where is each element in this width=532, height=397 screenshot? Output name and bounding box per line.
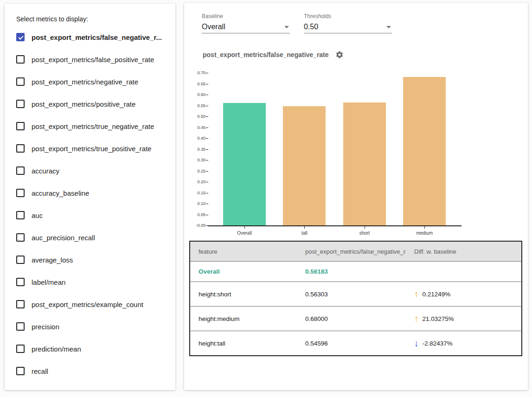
chart-bar-tall[interactable] <box>283 106 326 225</box>
y-axis-tick <box>206 95 208 95</box>
metric-checkbox-item[interactable]: auc_precision_recall <box>16 226 164 249</box>
checkbox-unchecked-icon[interactable] <box>16 345 25 353</box>
y-axis-tick <box>206 128 208 128</box>
table-row: height:short0.56303↑0.21249% <box>190 282 521 306</box>
metric-label: post_export_metrics/negative_rate <box>32 78 138 86</box>
checkbox-unchecked-icon[interactable] <box>16 55 25 64</box>
feature-cell: height:short <box>190 291 297 298</box>
metric-checkbox-item[interactable]: recall <box>16 360 164 382</box>
metric-checkbox-item[interactable]: post_export_metrics/negative_rate <box>16 70 164 93</box>
checkbox-unchecked-icon[interactable] <box>16 300 25 308</box>
y-axis-tick <box>206 171 208 172</box>
y-axis-tick <box>206 138 208 139</box>
metric-label: post_export_metrics/positive_rate <box>32 100 135 108</box>
checkbox-unchecked-icon[interactable] <box>16 144 25 153</box>
y-axis-tick <box>206 116 208 117</box>
x-axis-tick <box>304 226 305 229</box>
thresholds-value[interactable]: 0.50 <box>304 23 318 31</box>
metric-label: prediction/mean <box>32 345 81 353</box>
checkbox-unchecked-icon[interactable] <box>16 77 25 86</box>
column-header-feature: feature <box>190 248 297 255</box>
chevron-down-icon[interactable] <box>386 26 391 28</box>
chart-bar-short[interactable] <box>343 102 386 225</box>
x-axis-tick <box>365 226 365 229</box>
metric-label: average_loss <box>32 256 73 264</box>
x-axis-tick-label: short <box>359 231 370 236</box>
table-header: feature post_export_metrics/false_negati… <box>190 242 521 261</box>
y-axis-tick-label: 0.05 <box>195 212 205 217</box>
metric-checkbox-item[interactable]: post_export_metrics/false_negative_r... <box>16 26 164 48</box>
metric-checkbox-item[interactable]: post_export_metrics/true_positive_rate <box>16 137 164 160</box>
arrow-down-icon: ↓ <box>414 339 419 348</box>
x-axis-tick <box>244 226 245 229</box>
y-axis-tick <box>206 84 208 84</box>
arrow-up-icon: ↑ <box>414 314 419 323</box>
metric-checkbox-item[interactable]: accuracy_baseline <box>16 182 164 204</box>
table-row: Overall0.56183 <box>190 261 521 282</box>
metric-label: accuracy <box>32 167 59 175</box>
checkbox-unchecked-icon[interactable] <box>16 322 25 331</box>
metric-checkbox-item[interactable]: prediction/mean <box>16 338 164 360</box>
feature-cell: height:tall <box>190 340 297 347</box>
chart-bar-medium[interactable] <box>403 77 446 225</box>
y-axis-tick <box>206 204 208 204</box>
metrics-table-body: Overall0.56183height:short0.56303↑0.2124… <box>190 261 521 355</box>
metric-checkbox-item[interactable]: auc <box>16 204 164 226</box>
metric-label: auc_precision_recall <box>32 234 95 242</box>
checkbox-unchecked-icon[interactable] <box>16 278 25 286</box>
metric-checkbox-item[interactable]: label/mean <box>16 271 164 293</box>
metric-value-cell: 0.68000 <box>297 315 406 322</box>
chevron-down-icon[interactable] <box>284 26 289 28</box>
metric-checkbox-item[interactable]: post_export_metrics/example_count <box>16 293 164 315</box>
table-row: height:medium0.68000↑21.03275% <box>190 306 521 331</box>
feature-cell: height:medium <box>190 315 297 322</box>
checkbox-unchecked-icon[interactable] <box>16 367 25 375</box>
metric-label: accuracy_baseline <box>32 189 89 197</box>
checkbox-unchecked-icon[interactable] <box>16 122 25 130</box>
y-axis-tick <box>206 182 208 182</box>
checkbox-unchecked-icon[interactable] <box>16 100 25 108</box>
metric-selector-panel: Select metrics to display: post_export_m… <box>5 4 175 390</box>
checkbox-unchecked-icon[interactable] <box>16 166 25 175</box>
metrics-table: feature post_export_metrics/false_negati… <box>189 241 522 356</box>
y-axis-tick-label: 0.60 <box>195 92 205 97</box>
thresholds-label: Thresholds <box>304 13 392 19</box>
thresholds-dropdown[interactable]: Thresholds 0.50 <box>304 13 392 33</box>
y-axis-tick <box>206 193 208 193</box>
chart-bar-Overall[interactable] <box>223 103 266 225</box>
y-axis-tick-label: -0.00 <box>195 223 205 228</box>
y-axis-tick-label: 0.30 <box>195 158 205 162</box>
metric-selector-title: Select metrics to display: <box>16 15 164 23</box>
metric-checkbox-item[interactable]: post_export_metrics/false_positive_rate <box>16 48 164 70</box>
metric-checkbox-item[interactable]: post_export_metrics/true_negative_rate <box>16 115 164 137</box>
metric-label: recall <box>32 367 48 375</box>
diff-cell: ↑0.21249% <box>406 290 521 299</box>
y-axis-tick-label: 0.40 <box>195 136 205 141</box>
checkbox-unchecked-icon[interactable] <box>16 256 25 264</box>
diff-value: 21.03275% <box>423 315 454 322</box>
y-axis-tick-label: 0.50 <box>195 114 205 119</box>
x-axis-tick-label: tall <box>301 231 308 236</box>
metric-value-cell: 0.56183 <box>297 268 406 275</box>
metric-checkbox-item[interactable]: average_loss <box>16 249 164 271</box>
metric-label: post_export_metrics/example_count <box>32 301 143 308</box>
checkbox-unchecked-icon[interactable] <box>16 189 25 197</box>
y-axis-tick-label: 0.15 <box>195 191 205 195</box>
baseline-value[interactable]: Overall <box>202 23 225 31</box>
y-axis-tick-label: 0.20 <box>195 179 205 184</box>
metric-checkbox-item[interactable]: precision <box>16 315 164 338</box>
baseline-dropdown[interactable]: Baseline Overall <box>202 13 290 33</box>
y-axis-tick-label: 0.55 <box>195 103 205 108</box>
arrow-up-icon: ↑ <box>414 290 419 299</box>
y-axis-tick <box>206 160 208 160</box>
checkbox-unchecked-icon[interactable] <box>16 233 25 242</box>
metric-checkbox-item[interactable]: post_export_metrics/positive_rate <box>16 93 164 115</box>
x-axis-line <box>208 225 461 226</box>
feature-cell: Overall <box>190 268 297 275</box>
diff-cell: ↓-2.82437% <box>406 339 521 348</box>
chart-title: post_export_metrics/false_negative_rate <box>203 51 329 58</box>
checkbox-unchecked-icon[interactable] <box>16 211 25 219</box>
checkbox-checked-icon[interactable] <box>16 33 25 41</box>
settings-gear-icon[interactable] <box>335 51 344 59</box>
metric-checkbox-item[interactable]: accuracy <box>16 160 164 182</box>
